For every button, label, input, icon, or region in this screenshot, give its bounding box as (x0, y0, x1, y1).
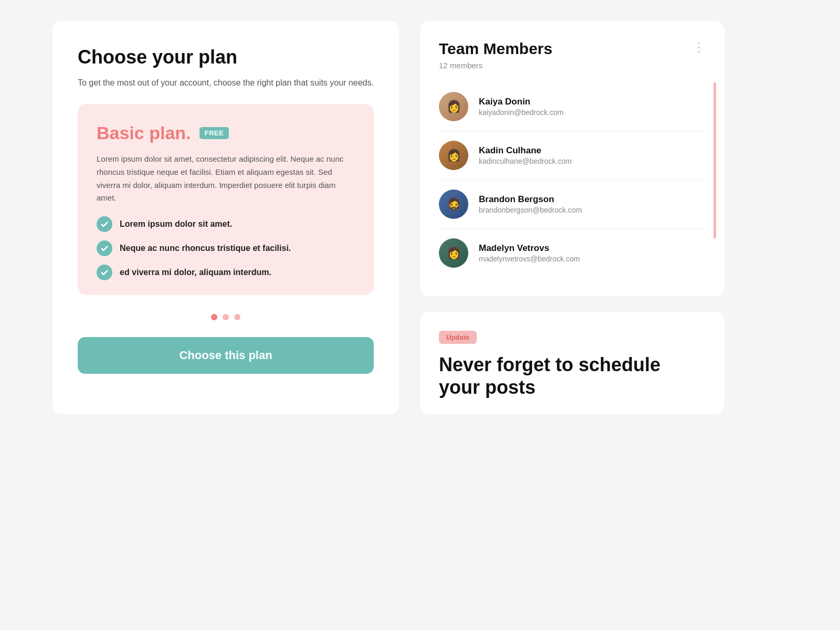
member-name-1: Kaiya Donin (479, 97, 563, 107)
plan-features: Lorem ipsum dolor sit amet. Neque ac nun… (97, 216, 355, 280)
avatar-brandon: 🧔 (439, 190, 468, 219)
carousel-dots (78, 314, 374, 320)
member-name-4: Madelyn Vetrovs (479, 243, 580, 254)
member-info-3: Brandon Bergson brandonbergson@bedrock.c… (479, 194, 582, 214)
avatar-kaiya: 👩 (439, 92, 468, 121)
member-email-4: madelynvetrovs@bedrock.com (479, 255, 580, 263)
feature-item-3: ed viverra mi dolor, aliquam interdum. (97, 265, 355, 280)
check-icon-2 (97, 240, 112, 256)
member-name-3: Brandon Bergson (479, 194, 582, 205)
feature-item-1: Lorem ipsum dolor sit amet. (97, 216, 355, 232)
dot-1[interactable] (211, 314, 217, 320)
panel-subtitle: To get the most out of your account, cho… (78, 77, 374, 89)
member-name-2: Kadin Culhane (479, 145, 572, 156)
team-title-group: Team Members 12 members (439, 40, 552, 70)
feature-item-2: Neque ac nunc rhoncus tristique et facil… (97, 240, 355, 256)
check-icon-1 (97, 216, 112, 232)
right-column: Team Members 12 members ⋮ 👩 Kaiya Donin … (420, 21, 724, 414)
plan-header: Basic plan. FREE (97, 123, 355, 143)
team-header: Team Members 12 members ⋮ (439, 40, 706, 70)
feature-text-1: Lorem ipsum dolor sit amet. (120, 219, 232, 229)
main-layout: Choose your plan To get the most out of … (52, 21, 788, 414)
member-list: 👩 Kaiya Donin kaiyadonin@bedrock.com 👩 K… (439, 82, 706, 277)
member-info-2: Kadin Culhane kadinculhane@bedrock.com (479, 145, 572, 165)
member-item-3: 🧔 Brandon Bergson brandonbergson@bedrock… (439, 180, 706, 229)
member-email-1: kaiyadonin@bedrock.com (479, 108, 563, 117)
panel-title: Choose your plan (78, 46, 374, 68)
team-count: 12 members (439, 61, 552, 70)
avatar-kadin: 👩 (439, 141, 468, 170)
choose-plan-button[interactable]: Choose this plan (78, 337, 374, 374)
member-item-4: 👩 Madelyn Vetrovs madelynvetrovs@bedrock… (439, 229, 706, 277)
member-email-3: brandonbergson@bedrock.com (479, 206, 582, 214)
update-badge: Update (439, 331, 477, 344)
free-badge: FREE (200, 127, 229, 139)
avatar-madelyn: 👩 (439, 238, 468, 268)
feature-text-3: ed viverra mi dolor, aliquam interdum. (120, 268, 271, 277)
bottom-card: Update Never forget to schedule your pos… (420, 312, 724, 414)
member-item-1: 👩 Kaiya Donin kaiyadonin@bedrock.com (439, 82, 706, 131)
team-card: Team Members 12 members ⋮ 👩 Kaiya Donin … (420, 21, 724, 296)
plan-name: Basic plan. (97, 123, 191, 143)
feature-text-2: Neque ac nunc rhoncus tristique et facil… (120, 244, 291, 253)
plan-card: Basic plan. FREE Lorem ipsum dolor sit a… (78, 104, 374, 295)
dot-3[interactable] (234, 314, 240, 320)
member-email-2: kadinculhane@bedrock.com (479, 157, 572, 165)
member-info-4: Madelyn Vetrovs madelynvetrovs@bedrock.c… (479, 243, 580, 263)
left-panel: Choose your plan To get the most out of … (52, 21, 399, 414)
bottom-title: Never forget to schedule your posts (439, 353, 706, 398)
team-title: Team Members (439, 40, 552, 58)
member-info-1: Kaiya Donin kaiyadonin@bedrock.com (479, 97, 563, 117)
check-icon-3 (97, 265, 112, 280)
more-options-icon[interactable]: ⋮ (692, 40, 706, 55)
member-item-2: 👩 Kadin Culhane kadinculhane@bedrock.com (439, 131, 706, 180)
plan-description: Lorem ipsum dolor sit amet, consectetur … (97, 153, 355, 205)
dot-2[interactable] (223, 314, 229, 320)
